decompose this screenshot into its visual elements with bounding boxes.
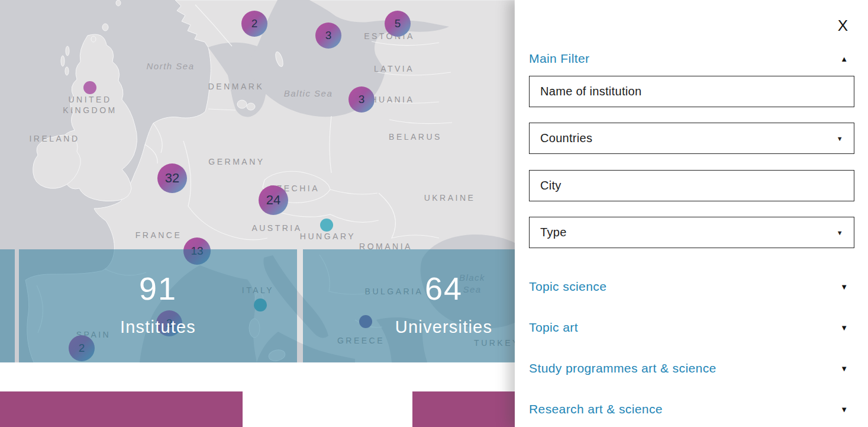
map-country-label: UKRAINE: [424, 192, 476, 203]
countries-select-value: Countries: [540, 131, 592, 145]
name-of-institution-input[interactable]: Name of institution: [529, 76, 854, 107]
dropdown-caret-icon[interactable]: ▼: [837, 229, 843, 236]
section-main-filter[interactable]: Main Filter ▲: [529, 50, 848, 67]
map-cluster-marker[interactable]: 3: [349, 86, 375, 113]
map-country-label: FRANCE: [135, 230, 182, 240]
section-topic-science[interactable]: Topic science ▼: [529, 278, 848, 295]
stats-band: 91 Institutes 64 Universities: [0, 249, 515, 362]
expand-arrow-icon[interactable]: ▼: [840, 324, 848, 332]
stat-card-partial[interactable]: [0, 249, 15, 362]
city-input-value: City: [540, 179, 562, 192]
map-cluster-marker[interactable]: 2: [241, 11, 267, 37]
map-cluster-marker[interactable]: 24: [259, 185, 288, 215]
map-cluster-marker[interactable]: 32: [157, 163, 187, 193]
expand-arrow-icon[interactable]: ▼: [840, 406, 848, 413]
stat-card-universities[interactable]: 64 Universities: [303, 249, 515, 362]
city-input[interactable]: City: [529, 170, 854, 201]
map-cluster-marker[interactable]: 5: [385, 11, 411, 37]
expand-arrow-icon[interactable]: ▼: [840, 283, 848, 291]
section-topic-science-label: Topic science: [529, 280, 606, 294]
stat-card-institutes[interactable]: 91 Institutes: [19, 249, 297, 362]
type-select[interactable]: Type ▼: [529, 217, 854, 248]
map-country-label: UNITED KINGDOM: [63, 94, 117, 115]
map-country-label: BELARUS: [389, 131, 442, 142]
map-country-label: DENMARK: [208, 81, 264, 92]
map-dot-marker[interactable]: [83, 81, 96, 94]
map-country-label: LATVIA: [374, 63, 414, 74]
type-select-value: Type: [540, 226, 567, 239]
map-dot-marker[interactable]: [320, 219, 333, 232]
europe-map[interactable]: UNITED KINGDOMIRELANDDENMARKGERMANYFRANC…: [0, 0, 515, 427]
expand-arrow-icon[interactable]: ▼: [840, 365, 848, 373]
filter-panel: X Main Filter ▲ Name of institution Coun…: [515, 0, 868, 427]
section-main-filter-label: Main Filter: [529, 52, 589, 66]
section-study-programmes-label: Study programmes art & science: [529, 361, 717, 375]
map-cluster-marker[interactable]: 3: [315, 23, 341, 49]
name-of-institution-value: Name of institution: [540, 85, 641, 98]
map-country-label: IRELAND: [29, 133, 79, 144]
map-sea-label: North Sea: [146, 60, 194, 72]
magenta-bar-right: [412, 391, 515, 427]
page: UNITED KINGDOMIRELANDDENMARKGERMANYFRANC…: [0, 0, 868, 427]
section-research-label: Research art & science: [529, 402, 663, 416]
map-country-label: HUNGARY: [300, 231, 356, 242]
section-research[interactable]: Research art & science ▼: [529, 401, 848, 418]
magenta-bar-left: [0, 391, 243, 427]
map-country-label: AUSTRIA: [251, 223, 302, 233]
section-topic-art-label: Topic art: [529, 320, 578, 335]
universities-count: 64: [425, 271, 463, 306]
section-topic-art[interactable]: Topic art ▼: [529, 319, 848, 336]
countries-select[interactable]: Countries ▼: [529, 123, 854, 154]
institutes-count: 91: [139, 271, 177, 306]
dropdown-caret-icon[interactable]: ▼: [837, 135, 843, 142]
collapse-arrow-icon[interactable]: ▲: [840, 55, 848, 63]
map-sea-label: Baltic Sea: [284, 88, 333, 99]
universities-label: Universities: [395, 317, 492, 337]
close-button[interactable]: X: [838, 18, 848, 33]
institutes-label: Institutes: [120, 317, 196, 337]
map-country-label: GERMANY: [208, 156, 264, 167]
section-study-programmes[interactable]: Study programmes art & science ▼: [529, 360, 848, 377]
